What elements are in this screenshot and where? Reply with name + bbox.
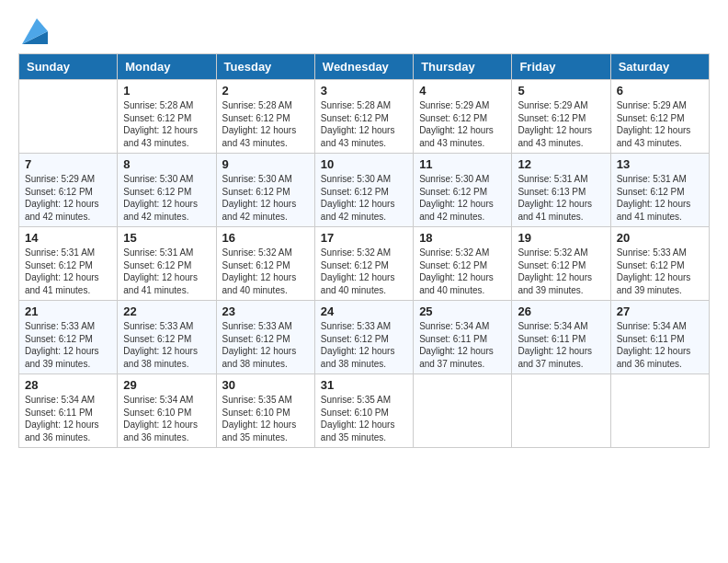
calendar-cell: 16Sunrise: 5:32 AM Sunset: 6:12 PM Dayli… [216, 227, 314, 301]
day-info: Sunrise: 5:31 AM Sunset: 6:13 PM Dayligh… [518, 173, 604, 223]
day-number: 31 [321, 378, 407, 392]
day-info: Sunrise: 5:33 AM Sunset: 6:12 PM Dayligh… [222, 320, 309, 370]
day-info: Sunrise: 5:28 AM Sunset: 6:12 PM Dayligh… [123, 99, 210, 149]
day-info: Sunrise: 5:31 AM Sunset: 6:12 PM Dayligh… [25, 247, 111, 296]
day-info: Sunrise: 5:32 AM Sunset: 6:12 PM Dayligh… [222, 247, 309, 296]
day-info: Sunrise: 5:33 AM Sunset: 6:12 PM Dayligh… [321, 320, 407, 370]
weekday-header-saturday: Saturday [610, 54, 709, 80]
logo-icon [22, 18, 48, 44]
day-number: 26 [518, 304, 604, 318]
calendar-cell: 3Sunrise: 5:28 AM Sunset: 6:12 PM Daylig… [314, 80, 413, 154]
day-number: 7 [25, 157, 111, 171]
day-info: Sunrise: 5:34 AM Sunset: 6:11 PM Dayligh… [419, 320, 506, 370]
weekday-header-friday: Friday [512, 54, 610, 80]
day-number: 27 [617, 304, 703, 318]
day-info: Sunrise: 5:33 AM Sunset: 6:12 PM Dayligh… [617, 247, 703, 296]
day-info: Sunrise: 5:29 AM Sunset: 6:12 PM Dayligh… [518, 99, 604, 149]
day-info: Sunrise: 5:32 AM Sunset: 6:12 PM Dayligh… [321, 247, 407, 296]
day-info: Sunrise: 5:30 AM Sunset: 6:12 PM Dayligh… [123, 173, 210, 223]
calendar-cell: 19Sunrise: 5:32 AM Sunset: 6:12 PM Dayli… [512, 227, 610, 301]
day-number: 25 [419, 304, 506, 318]
calendar-cell: 20Sunrise: 5:33 AM Sunset: 6:12 PM Dayli… [610, 227, 709, 301]
day-info: Sunrise: 5:34 AM Sunset: 6:10 PM Dayligh… [123, 394, 210, 443]
day-number: 28 [25, 378, 111, 392]
weekday-header-tuesday: Tuesday [216, 54, 314, 80]
day-number: 12 [518, 157, 604, 171]
weekday-header-sunday: Sunday [19, 54, 118, 80]
calendar-cell: 15Sunrise: 5:31 AM Sunset: 6:12 PM Dayli… [118, 227, 216, 301]
day-info: Sunrise: 5:30 AM Sunset: 6:12 PM Dayligh… [321, 173, 407, 223]
day-number: 3 [321, 84, 407, 98]
calendar-cell: 4Sunrise: 5:29 AM Sunset: 6:12 PM Daylig… [414, 80, 512, 154]
calendar-cell: 29Sunrise: 5:34 AM Sunset: 6:10 PM Dayli… [118, 374, 216, 448]
day-number: 6 [617, 84, 703, 98]
day-number: 8 [123, 157, 210, 171]
calendar-cell: 13Sunrise: 5:31 AM Sunset: 6:12 PM Dayli… [610, 154, 709, 227]
calendar-cell: 26Sunrise: 5:34 AM Sunset: 6:11 PM Dayli… [512, 301, 610, 374]
day-info: Sunrise: 5:34 AM Sunset: 6:11 PM Dayligh… [518, 320, 604, 370]
calendar-cell: 22Sunrise: 5:33 AM Sunset: 6:12 PM Dayli… [118, 301, 216, 374]
day-number: 18 [419, 231, 506, 245]
day-info: Sunrise: 5:29 AM Sunset: 6:12 PM Dayligh… [25, 173, 111, 223]
day-info: Sunrise: 5:31 AM Sunset: 6:12 PM Dayligh… [123, 247, 210, 296]
logo [18, 18, 48, 44]
day-number: 20 [617, 231, 703, 245]
calendar-cell: 10Sunrise: 5:30 AM Sunset: 6:12 PM Dayli… [314, 154, 413, 227]
calendar-cell: 6Sunrise: 5:29 AM Sunset: 6:12 PM Daylig… [610, 80, 709, 154]
day-number: 1 [123, 84, 210, 98]
calendar-cell: 1Sunrise: 5:28 AM Sunset: 6:12 PM Daylig… [118, 80, 216, 154]
day-info: Sunrise: 5:33 AM Sunset: 6:12 PM Dayligh… [25, 320, 111, 370]
day-info: Sunrise: 5:28 AM Sunset: 6:12 PM Dayligh… [222, 99, 309, 149]
day-number: 4 [419, 84, 506, 98]
calendar-cell: 24Sunrise: 5:33 AM Sunset: 6:12 PM Dayli… [314, 301, 413, 374]
day-info: Sunrise: 5:34 AM Sunset: 6:11 PM Dayligh… [25, 394, 111, 443]
day-info: Sunrise: 5:31 AM Sunset: 6:12 PM Dayligh… [617, 173, 703, 223]
day-info: Sunrise: 5:30 AM Sunset: 6:12 PM Dayligh… [419, 173, 506, 223]
calendar-week-4: 21Sunrise: 5:33 AM Sunset: 6:12 PM Dayli… [19, 301, 710, 374]
day-number: 9 [222, 157, 309, 171]
day-number: 19 [518, 231, 604, 245]
calendar-cell: 12Sunrise: 5:31 AM Sunset: 6:13 PM Dayli… [512, 154, 610, 227]
day-number: 17 [321, 231, 407, 245]
day-number: 23 [222, 304, 309, 318]
day-number: 11 [419, 157, 506, 171]
calendar-cell: 23Sunrise: 5:33 AM Sunset: 6:12 PM Dayli… [216, 301, 314, 374]
day-info: Sunrise: 5:29 AM Sunset: 6:12 PM Dayligh… [419, 99, 506, 149]
weekday-header-thursday: Thursday [414, 54, 512, 80]
day-info: Sunrise: 5:32 AM Sunset: 6:12 PM Dayligh… [419, 247, 506, 296]
day-info: Sunrise: 5:34 AM Sunset: 6:11 PM Dayligh… [617, 320, 703, 370]
calendar-cell: 18Sunrise: 5:32 AM Sunset: 6:12 PM Dayli… [414, 227, 512, 301]
calendar-week-1: 1Sunrise: 5:28 AM Sunset: 6:12 PM Daylig… [19, 80, 710, 154]
calendar-cell: 5Sunrise: 5:29 AM Sunset: 6:12 PM Daylig… [512, 80, 610, 154]
calendar-cell [512, 374, 610, 448]
calendar-cell: 2Sunrise: 5:28 AM Sunset: 6:12 PM Daylig… [216, 80, 314, 154]
day-number: 21 [25, 304, 111, 318]
weekday-header-row: SundayMondayTuesdayWednesdayThursdayFrid… [19, 54, 710, 80]
day-number: 30 [222, 378, 309, 392]
weekday-header-monday: Monday [118, 54, 216, 80]
calendar-cell: 9Sunrise: 5:30 AM Sunset: 6:12 PM Daylig… [216, 154, 314, 227]
calendar-cell: 8Sunrise: 5:30 AM Sunset: 6:12 PM Daylig… [118, 154, 216, 227]
day-info: Sunrise: 5:29 AM Sunset: 6:12 PM Dayligh… [617, 99, 703, 149]
page-header [18, 18, 710, 44]
calendar-cell: 17Sunrise: 5:32 AM Sunset: 6:12 PM Dayli… [314, 227, 413, 301]
day-info: Sunrise: 5:33 AM Sunset: 6:12 PM Dayligh… [123, 320, 210, 370]
day-info: Sunrise: 5:28 AM Sunset: 6:12 PM Dayligh… [321, 99, 407, 149]
day-info: Sunrise: 5:35 AM Sunset: 6:10 PM Dayligh… [321, 394, 407, 443]
calendar-cell: 27Sunrise: 5:34 AM Sunset: 6:11 PM Dayli… [610, 301, 709, 374]
day-number: 22 [123, 304, 210, 318]
calendar-cell [610, 374, 709, 448]
day-info: Sunrise: 5:30 AM Sunset: 6:12 PM Dayligh… [222, 173, 309, 223]
calendar-cell: 21Sunrise: 5:33 AM Sunset: 6:12 PM Dayli… [19, 301, 118, 374]
day-number: 29 [123, 378, 210, 392]
day-number: 16 [222, 231, 309, 245]
day-number: 13 [617, 157, 703, 171]
calendar-cell [19, 80, 118, 154]
calendar-week-2: 7Sunrise: 5:29 AM Sunset: 6:12 PM Daylig… [19, 154, 710, 227]
calendar-cell: 30Sunrise: 5:35 AM Sunset: 6:10 PM Dayli… [216, 374, 314, 448]
day-number: 5 [518, 84, 604, 98]
calendar-cell: 25Sunrise: 5:34 AM Sunset: 6:11 PM Dayli… [414, 301, 512, 374]
day-info: Sunrise: 5:35 AM Sunset: 6:10 PM Dayligh… [222, 394, 309, 443]
day-info: Sunrise: 5:32 AM Sunset: 6:12 PM Dayligh… [518, 247, 604, 296]
day-number: 14 [25, 231, 111, 245]
